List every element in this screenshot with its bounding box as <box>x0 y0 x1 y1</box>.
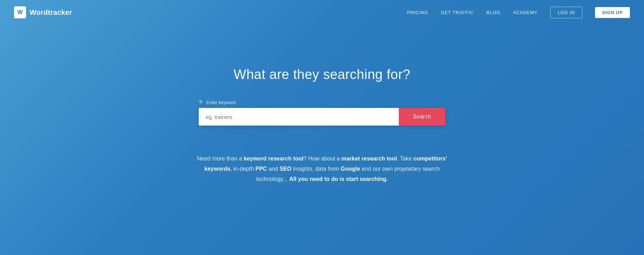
hero-section: What are they searching for? 🔍 Enter key… <box>0 25 644 205</box>
header: W Wordtracker PRICING GET TRAFFIC BLOG A… <box>0 0 644 25</box>
main-nav: PRICING GET TRAFFIC BLOG ACADEMY LOG IN … <box>407 7 630 18</box>
nav-get-traffic[interactable]: GET TRAFFIC <box>441 10 474 15</box>
nav-blog[interactable]: BLOG <box>487 10 500 15</box>
nav-academy[interactable]: ACADEMY <box>513 10 538 15</box>
search-label: 🔍 Enter keyword <box>199 100 445 105</box>
search-input-row: Search <box>199 108 445 126</box>
logo-text: Wordtracker <box>30 8 72 17</box>
search-input[interactable] <box>199 108 399 126</box>
description: Need more than a keyword research tool? … <box>197 154 447 184</box>
kw-ppc: PPC <box>255 166 267 172</box>
logo[interactable]: W Wordtracker <box>14 6 72 18</box>
hero-title: What are they searching for? <box>234 67 410 82</box>
logo-icon: W <box>14 6 26 18</box>
kw-cta: All you need to do is start searching. <box>289 176 388 182</box>
kw-seo: SEO <box>280 166 292 172</box>
kw-competitors: competitors'keywords <box>204 156 447 172</box>
search-label-icon: 🔍 <box>199 100 204 105</box>
kw-google: Google <box>341 166 360 172</box>
login-button[interactable]: LOG IN <box>550 7 582 18</box>
search-button[interactable]: Search <box>399 108 446 126</box>
search-container: 🔍 Enter keyword Search <box>199 100 445 126</box>
signup-button[interactable]: SIGN UP <box>595 7 630 18</box>
search-label-text: Enter keyword <box>206 100 236 105</box>
nav-pricing[interactable]: PRICING <box>407 10 428 15</box>
kw-market-research: market research tool <box>341 156 397 162</box>
kw-keyword-research: keyword research tool <box>244 156 304 162</box>
